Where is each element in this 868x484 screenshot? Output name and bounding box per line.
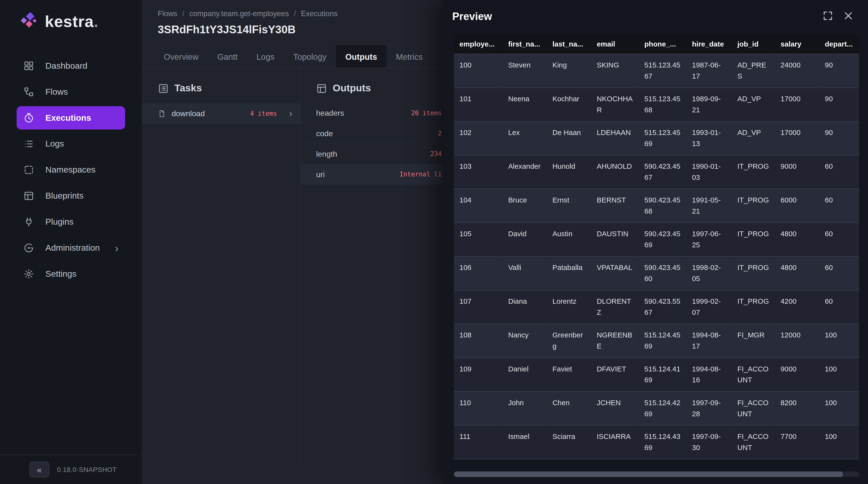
- table-cell: DLORENTZ: [591, 290, 639, 324]
- task-name: download: [172, 109, 205, 118]
- table-cell: Steven: [503, 54, 547, 88]
- table-cell: 9000: [775, 155, 819, 189]
- table-cell: 107: [454, 290, 503, 324]
- table-cell: 1987-06-17: [686, 54, 732, 88]
- table-cell: Neena: [503, 88, 547, 121]
- table-cell: Chen: [547, 391, 591, 425]
- table-cell: 8200: [775, 391, 819, 425]
- tab-logs[interactable]: Logs: [247, 45, 284, 67]
- sidebar-item-settings[interactable]: Settings: [17, 262, 125, 285]
- table-cell: 515.124.4369: [639, 425, 686, 459]
- app-title: kestra.: [45, 13, 99, 30]
- table-cell: 60: [819, 290, 859, 324]
- tab-overview[interactable]: Overview: [155, 45, 208, 67]
- table-cell: David: [503, 223, 547, 256]
- sidebar-item-label: Dashboard: [45, 61, 87, 71]
- tab-metrics[interactable]: Metrics: [386, 45, 432, 67]
- output-row-headers[interactable]: headers20 items: [301, 103, 447, 123]
- table-cell: FI_ACCOUNT: [732, 391, 775, 425]
- table-row: 111IsmaelSciarraISCIARRA515.124.43691997…: [454, 425, 859, 459]
- output-row-uri[interactable]: uriInternal li: [301, 164, 447, 185]
- sidebar-item-flows[interactable]: Flows: [17, 80, 125, 103]
- table-cell: Pataballa: [547, 256, 591, 290]
- table-cell: 515.123.4568: [639, 88, 686, 121]
- table-cell: ISCIARRA: [591, 425, 639, 459]
- sidebar-item-dashboard[interactable]: Dashboard: [17, 54, 125, 77]
- task-row-download[interactable]: download4 items›: [142, 103, 300, 124]
- table-cell: 1993-01-13: [686, 121, 732, 155]
- table-row: 100StevenKingSKING515.123.45671987-06-17…: [454, 54, 859, 88]
- table-row: 104BruceErnstBERNST590.423.45681991-05-2…: [454, 189, 859, 223]
- file-icon: [158, 109, 166, 118]
- tasks-panel-title: Tasks: [174, 83, 202, 94]
- settings-icon: [23, 268, 34, 280]
- sidebar-item-executions[interactable]: Executions: [17, 106, 125, 129]
- version-label: 0.18.0-SNAPSHOT: [57, 466, 117, 474]
- table-row: 103AlexanderHunoldAHUNOLD590.423.4567199…: [454, 155, 859, 189]
- table-cell: 515.124.4269: [639, 391, 686, 425]
- table-cell: DAUSTIN: [591, 223, 639, 256]
- tasks-panel-header: Tasks: [142, 68, 300, 103]
- table-cell: 7700: [775, 425, 819, 459]
- table-cell: 111: [454, 425, 503, 459]
- table-cell: Faviet: [547, 357, 591, 391]
- table-cell: 100: [819, 324, 859, 357]
- scrollbar-thumb[interactable]: [454, 472, 843, 477]
- breadcrumb-separator: /: [294, 9, 296, 18]
- outputs-panel-title: Outputs: [333, 83, 371, 94]
- sidebar-item-namespaces[interactable]: Namespaces: [17, 158, 125, 182]
- outputs-panel: Outputs headers20 itemscode2length234uri…: [301, 68, 447, 462]
- table-cell: 4200: [775, 290, 819, 324]
- table-cell: 104: [454, 189, 503, 223]
- table-cell: Daniel: [503, 357, 547, 391]
- tab-topology[interactable]: Topology: [284, 45, 336, 67]
- tab-outputs[interactable]: Outputs: [336, 45, 386, 67]
- tab-gantt[interactable]: Gantt: [208, 45, 247, 67]
- breadcrumb-item[interactable]: company.team.get-employees: [189, 9, 289, 18]
- table-cell: Diana: [503, 290, 547, 324]
- table-cell: IT_PROG: [732, 223, 775, 256]
- table-cell: 109: [454, 357, 503, 391]
- table-cell: Austin: [547, 223, 591, 256]
- table-cell: 590.423.4568: [639, 189, 686, 223]
- table-cell: 60: [819, 223, 859, 256]
- preview-title: Preview: [452, 10, 492, 23]
- sidebar-item-label: Blueprints: [45, 191, 84, 201]
- table-cell: 1999-02-07: [686, 290, 732, 324]
- table-cell: 90: [819, 54, 859, 88]
- breadcrumb-separator: /: [182, 9, 184, 18]
- table-cell: 4800: [775, 256, 819, 290]
- sidebar-footer: « 0.18.0-SNAPSHOT: [0, 454, 142, 484]
- collapse-sidebar-button[interactable]: «: [29, 461, 50, 478]
- table-cell: 110: [454, 391, 503, 425]
- table-cell: Bruce: [503, 189, 547, 223]
- sidebar-item-label: Settings: [45, 269, 76, 279]
- preview-table: employe...first_na...last_na...emailphon…: [454, 34, 859, 459]
- table-cell: 1994-08-17: [686, 324, 732, 357]
- close-button[interactable]: [843, 10, 854, 23]
- table-cell: 9000: [775, 357, 819, 391]
- preview-table-wrap: employe...first_na...last_na...emailphon…: [454, 34, 859, 459]
- table-cell: 1997-06-25: [686, 223, 732, 256]
- sidebar-item-blueprints[interactable]: Blueprints: [17, 184, 125, 207]
- horizontal-scrollbar[interactable]: [454, 472, 859, 477]
- table-cell: Alexander: [503, 155, 547, 189]
- outputs-list: headers20 itemscode2length234uriInternal…: [301, 103, 447, 185]
- app-logo[interactable]: kestra.: [0, 0, 142, 40]
- sidebar-item-logs[interactable]: Logs: [17, 132, 125, 156]
- table-cell: Ismael: [503, 425, 547, 459]
- table-cell: FI_MGR: [732, 324, 775, 357]
- output-key: headers: [316, 108, 344, 118]
- sidebar-item-administration[interactable]: Administration›: [17, 236, 125, 259]
- output-row-code[interactable]: code2: [301, 123, 447, 144]
- breadcrumb-item[interactable]: Flows: [158, 9, 177, 18]
- fullscreen-button[interactable]: [823, 10, 833, 23]
- sidebar-item-plugins[interactable]: Plugins: [17, 210, 125, 233]
- table-cell: Valli: [503, 256, 547, 290]
- table-cell: 4800: [775, 223, 819, 256]
- output-value: 234: [430, 150, 442, 158]
- table-cell: John: [503, 391, 547, 425]
- table-cell: 12000: [775, 324, 819, 357]
- table-row: 101NeenaKochharNKOCHHAR515.123.45681989-…: [454, 88, 859, 121]
- output-row-length[interactable]: length234: [301, 144, 447, 164]
